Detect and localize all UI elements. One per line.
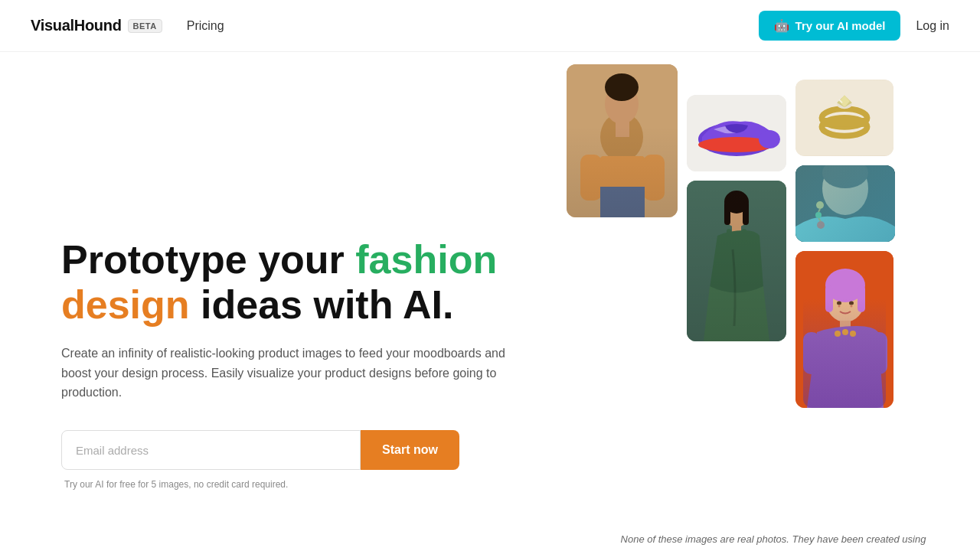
svg-rect-41 [825, 285, 833, 312]
svg-point-33 [816, 201, 824, 209]
svg-rect-7 [616, 122, 629, 137]
free-trial-note: Try our AI for free for 5 images, no cre… [64, 479, 536, 490]
svg-point-43 [837, 302, 841, 305]
svg-rect-45 [840, 321, 851, 333]
hero-subtext: Create an infinity of realistic-looking … [61, 344, 536, 403]
grid-col-2 [687, 95, 786, 539]
image-ring [795, 80, 893, 156]
try-ai-button[interactable]: 🤖 Try our AI model [759, 11, 901, 41]
login-link[interactable]: Log in [916, 19, 949, 33]
caption-text: None of these images are real photos. Th… [621, 533, 926, 545]
svg-rect-5 [580, 155, 602, 201]
header-right: 🤖 Try our AI model Log in [759, 11, 949, 41]
svg-point-51 [838, 305, 841, 308]
svg-rect-19 [727, 229, 731, 243]
svg-point-12 [759, 130, 780, 148]
svg-rect-4 [600, 156, 645, 217]
svg-rect-47 [871, 332, 887, 374]
image-sneaker [687, 95, 786, 171]
svg-point-3 [605, 73, 639, 101]
grid-col-3 [795, 80, 895, 539]
svg-point-52 [851, 305, 853, 308]
svg-line-36 [818, 209, 820, 212]
svg-line-37 [818, 218, 821, 221]
heading-part2: ideas with AI. [190, 282, 454, 327]
grid-caption: None of these images are real photos. Th… [567, 533, 980, 545]
start-now-button[interactable]: Start now [361, 430, 459, 470]
image-man-shirt [567, 64, 678, 217]
svg-point-15 [724, 191, 749, 214]
svg-rect-6 [643, 155, 665, 201]
svg-point-14 [724, 198, 749, 227]
logo-text: VisualHound [31, 17, 122, 34]
email-form: Start now [61, 430, 459, 470]
svg-rect-42 [858, 285, 865, 312]
svg-rect-29 [795, 165, 895, 242]
svg-rect-20 [742, 229, 746, 243]
hero-heading: Prototype your fashion design ideas with… [61, 237, 536, 329]
svg-point-32 [822, 165, 868, 188]
image-purple-woman [795, 251, 893, 408]
svg-rect-13 [687, 181, 786, 341]
grid-columns [567, 64, 962, 539]
email-input[interactable] [61, 430, 361, 470]
svg-rect-24 [822, 118, 867, 127]
main-container: Prototype your fashion design ideas with… [0, 52, 980, 551]
heading-design: design [61, 282, 190, 327]
svg-point-48 [835, 331, 841, 337]
logo-wrapper: VisualHound BETA [31, 17, 162, 34]
heading-part1: Prototype your [61, 237, 355, 282]
svg-rect-17 [743, 202, 749, 225]
try-ai-label: Try our AI model [795, 19, 886, 32]
header-left: VisualHound BETA Pricing [31, 17, 224, 34]
image-grid-section: None of these images are real photos. Th… [567, 52, 980, 551]
heading-fashion: fashion [355, 237, 497, 282]
svg-rect-8 [600, 187, 645, 217]
grid-col-1 [567, 64, 678, 539]
svg-rect-46 [803, 332, 820, 374]
svg-rect-30 [795, 165, 895, 242]
image-green-dress [687, 181, 786, 341]
svg-point-49 [842, 329, 848, 335]
svg-point-50 [850, 331, 856, 337]
beta-badge: BETA [128, 19, 162, 33]
robot-icon: 🤖 [774, 18, 789, 33]
svg-rect-18 [732, 226, 741, 236]
pricing-nav-link[interactable]: Pricing [187, 19, 224, 33]
svg-rect-16 [724, 202, 730, 225]
image-earring [795, 165, 895, 242]
svg-point-44 [849, 302, 854, 305]
hero-section: Prototype your fashion design ideas with… [0, 52, 567, 551]
svg-point-35 [817, 221, 825, 229]
svg-point-31 [822, 165, 868, 215]
site-header: VisualHound BETA Pricing 🤖 Try our AI mo… [0, 0, 980, 52]
svg-point-34 [815, 212, 822, 218]
